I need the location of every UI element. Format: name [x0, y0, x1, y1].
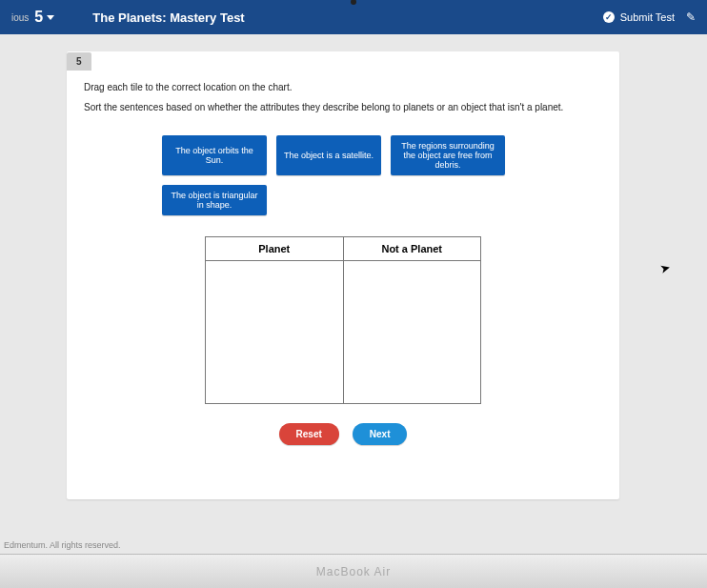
chart-header-planet: Planet — [206, 237, 344, 261]
test-title: The Planets: Mastery Test — [92, 10, 244, 25]
content-area: 5 Drag each tile to the correct location… — [0, 34, 707, 554]
check-icon: ✓ — [603, 11, 615, 23]
submit-test-button[interactable]: ✓ Submit Test — [603, 11, 675, 23]
footer-copyright: Edmentum. All rights reserved. — [4, 540, 121, 550]
chevron-down-icon — [47, 15, 54, 20]
action-row: Reset Next — [67, 423, 619, 445]
draggable-tile[interactable]: The regions surrounding the object are f… — [391, 135, 505, 175]
tiles-area: The object orbits the Sun. The object is… — [67, 126, 524, 219]
reset-button[interactable]: Reset — [279, 423, 339, 445]
question-number-selector[interactable]: 5 — [34, 9, 54, 26]
submit-test-label: Submit Test — [620, 11, 675, 23]
drop-zone-not-planet[interactable] — [343, 261, 481, 404]
question-tab[interactable]: 5 — [67, 52, 91, 71]
instruction-line-1: Drag each tile to the correct location o… — [84, 82, 602, 92]
next-button[interactable]: Next — [353, 423, 408, 445]
draggable-tile[interactable]: The object is a satellite. — [276, 135, 381, 175]
sorting-chart: Planet Not a Planet — [205, 236, 481, 404]
device-label: MacBook Air — [316, 565, 391, 578]
prev-nav-label[interactable]: ious — [11, 12, 29, 23]
tools-icon[interactable]: ✎ — [686, 10, 696, 24]
instructions: Drag each tile to the correct location o… — [67, 71, 619, 126]
top-bar: ious 5 The Planets: Mastery Test ✓ Submi… — [0, 0, 707, 34]
drop-zone-planet[interactable] — [206, 261, 344, 404]
chart-header-not-planet: Not a Planet — [343, 237, 481, 261]
cursor-icon: ➤ — [658, 260, 673, 276]
instruction-line-2: Sort the sentences based on whether the … — [84, 102, 602, 112]
draggable-tile[interactable]: The object orbits the Sun. — [162, 135, 267, 175]
draggable-tile[interactable]: The object is triangular in shape. — [162, 185, 267, 215]
question-panel: 5 Drag each tile to the correct location… — [67, 51, 619, 499]
device-bezel: MacBook Air — [0, 554, 707, 588]
question-number: 5 — [34, 9, 43, 26]
sorting-chart-wrap: Planet Not a Planet — [67, 236, 619, 404]
